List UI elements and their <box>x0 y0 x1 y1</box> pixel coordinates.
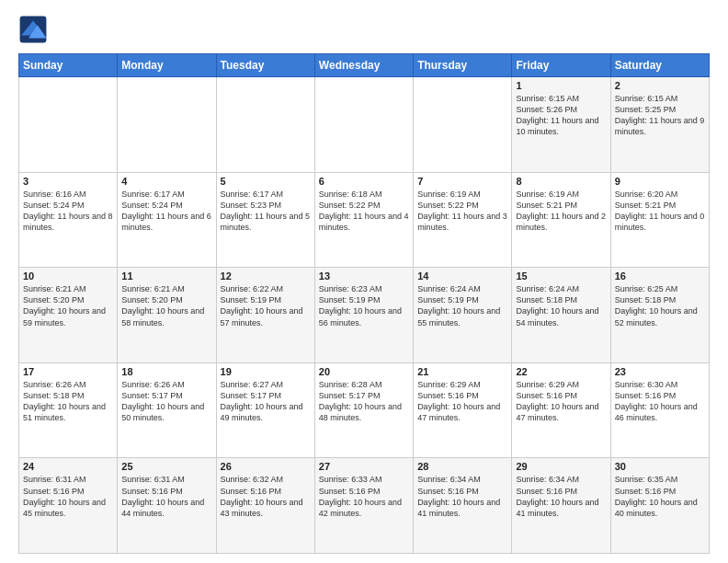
day-cell: 6Sunrise: 6:18 AM Sunset: 5:22 PM Daylig… <box>314 172 413 268</box>
day-cell: 13Sunrise: 6:23 AM Sunset: 5:19 PM Dayli… <box>314 268 413 363</box>
day-info: Sunrise: 6:32 AM Sunset: 5:16 PM Dayligh… <box>221 474 311 519</box>
day-number: 28 <box>417 461 507 472</box>
day-info: Sunrise: 6:21 AM Sunset: 5:20 PM Dayligh… <box>23 283 113 328</box>
day-info: Sunrise: 6:17 AM Sunset: 5:24 PM Dayligh… <box>121 189 211 234</box>
day-cell <box>414 77 512 173</box>
day-info: Sunrise: 6:17 AM Sunset: 5:23 PM Dayligh… <box>221 189 311 234</box>
day-cell: 24Sunrise: 6:31 AM Sunset: 5:16 PM Dayli… <box>19 458 118 554</box>
day-info: Sunrise: 6:35 AM Sunset: 5:16 PM Dayligh… <box>615 474 705 519</box>
day-number: 16 <box>615 270 705 282</box>
weekday-header-thursday: Thursday <box>414 54 512 77</box>
day-cell: 1Sunrise: 6:15 AM Sunset: 5:26 PM Daylig… <box>512 77 610 173</box>
day-info: Sunrise: 6:26 AM Sunset: 5:17 PM Dayligh… <box>121 379 211 424</box>
day-number: 26 <box>221 461 311 472</box>
day-info: Sunrise: 6:24 AM Sunset: 5:19 PM Dayligh… <box>417 283 507 328</box>
weekday-header-friday: Friday <box>512 54 610 77</box>
day-number: 20 <box>319 366 409 377</box>
day-number: 7 <box>417 176 507 187</box>
day-cell: 2Sunrise: 6:15 AM Sunset: 5:25 PM Daylig… <box>610 77 709 173</box>
day-cell: 12Sunrise: 6:22 AM Sunset: 5:19 PM Dayli… <box>216 268 314 363</box>
day-cell: 26Sunrise: 6:32 AM Sunset: 5:16 PM Dayli… <box>216 458 314 554</box>
week-row-3: 10Sunrise: 6:21 AM Sunset: 5:20 PM Dayli… <box>19 268 710 363</box>
day-info: Sunrise: 6:23 AM Sunset: 5:19 PM Dayligh… <box>319 283 409 328</box>
weekday-header-saturday: Saturday <box>610 54 709 77</box>
day-info: Sunrise: 6:31 AM Sunset: 5:16 PM Dayligh… <box>121 474 211 519</box>
day-number: 15 <box>516 270 606 282</box>
day-info: Sunrise: 6:31 AM Sunset: 5:16 PM Dayligh… <box>23 474 113 519</box>
day-info: Sunrise: 6:28 AM Sunset: 5:17 PM Dayligh… <box>319 379 409 424</box>
day-cell: 30Sunrise: 6:35 AM Sunset: 5:16 PM Dayli… <box>610 458 709 554</box>
day-info: Sunrise: 6:22 AM Sunset: 5:19 PM Dayligh… <box>221 283 311 328</box>
day-number: 12 <box>221 270 311 282</box>
day-cell: 29Sunrise: 6:34 AM Sunset: 5:16 PM Dayli… <box>512 458 610 554</box>
day-cell: 4Sunrise: 6:17 AM Sunset: 5:24 PM Daylig… <box>118 172 216 268</box>
day-cell: 14Sunrise: 6:24 AM Sunset: 5:19 PM Dayli… <box>414 268 512 363</box>
day-number: 8 <box>516 176 606 187</box>
weekday-header-tuesday: Tuesday <box>216 54 314 77</box>
weekday-header-row: SundayMondayTuesdayWednesdayThursdayFrid… <box>19 54 710 77</box>
day-number: 6 <box>319 176 409 187</box>
day-info: Sunrise: 6:33 AM Sunset: 5:16 PM Dayligh… <box>319 474 409 519</box>
day-cell: 8Sunrise: 6:19 AM Sunset: 5:21 PM Daylig… <box>512 172 610 268</box>
day-cell: 22Sunrise: 6:29 AM Sunset: 5:16 PM Dayli… <box>512 362 610 458</box>
day-number: 18 <box>121 366 211 377</box>
day-info: Sunrise: 6:26 AM Sunset: 5:18 PM Dayligh… <box>23 379 113 424</box>
day-info: Sunrise: 6:18 AM Sunset: 5:22 PM Dayligh… <box>319 189 409 234</box>
day-info: Sunrise: 6:34 AM Sunset: 5:16 PM Dayligh… <box>417 474 507 519</box>
day-info: Sunrise: 6:15 AM Sunset: 5:26 PM Dayligh… <box>516 93 606 138</box>
day-number: 19 <box>221 366 311 377</box>
weekday-header-sunday: Sunday <box>19 54 118 77</box>
day-number: 23 <box>615 366 705 377</box>
week-row-1: 1Sunrise: 6:15 AM Sunset: 5:26 PM Daylig… <box>19 77 710 173</box>
logo <box>18 15 51 44</box>
day-number: 4 <box>121 176 211 187</box>
day-cell: 19Sunrise: 6:27 AM Sunset: 5:17 PM Dayli… <box>216 362 314 458</box>
day-number: 2 <box>615 80 705 91</box>
day-cell: 27Sunrise: 6:33 AM Sunset: 5:16 PM Dayli… <box>314 458 413 554</box>
day-cell: 23Sunrise: 6:30 AM Sunset: 5:16 PM Dayli… <box>610 362 709 458</box>
page: SundayMondayTuesdayWednesdayThursdayFrid… <box>0 0 728 563</box>
day-cell <box>314 77 413 173</box>
day-cell: 16Sunrise: 6:25 AM Sunset: 5:18 PM Dayli… <box>610 268 709 363</box>
day-info: Sunrise: 6:19 AM Sunset: 5:21 PM Dayligh… <box>516 189 606 234</box>
day-number: 24 <box>23 461 113 472</box>
day-cell: 5Sunrise: 6:17 AM Sunset: 5:23 PM Daylig… <box>216 172 314 268</box>
logo-icon <box>18 15 48 44</box>
week-row-4: 17Sunrise: 6:26 AM Sunset: 5:18 PM Dayli… <box>19 362 710 458</box>
day-cell <box>19 77 118 173</box>
day-cell: 10Sunrise: 6:21 AM Sunset: 5:20 PM Dayli… <box>19 268 118 363</box>
day-info: Sunrise: 6:34 AM Sunset: 5:16 PM Dayligh… <box>516 474 606 519</box>
calendar-table: SundayMondayTuesdayWednesdayThursdayFrid… <box>18 53 710 554</box>
day-number: 14 <box>417 270 507 282</box>
day-cell: 18Sunrise: 6:26 AM Sunset: 5:17 PM Dayli… <box>118 362 216 458</box>
day-cell: 25Sunrise: 6:31 AM Sunset: 5:16 PM Dayli… <box>118 458 216 554</box>
day-info: Sunrise: 6:21 AM Sunset: 5:20 PM Dayligh… <box>121 283 211 328</box>
weekday-header-monday: Monday <box>118 54 216 77</box>
day-info: Sunrise: 6:24 AM Sunset: 5:18 PM Dayligh… <box>516 283 606 328</box>
day-info: Sunrise: 6:30 AM Sunset: 5:16 PM Dayligh… <box>615 379 705 424</box>
day-info: Sunrise: 6:29 AM Sunset: 5:16 PM Dayligh… <box>516 379 606 424</box>
day-info: Sunrise: 6:29 AM Sunset: 5:16 PM Dayligh… <box>417 379 507 424</box>
day-info: Sunrise: 6:15 AM Sunset: 5:25 PM Dayligh… <box>615 93 705 138</box>
day-cell: 11Sunrise: 6:21 AM Sunset: 5:20 PM Dayli… <box>118 268 216 363</box>
day-info: Sunrise: 6:19 AM Sunset: 5:22 PM Dayligh… <box>417 189 507 234</box>
day-number: 29 <box>516 461 606 472</box>
day-info: Sunrise: 6:25 AM Sunset: 5:18 PM Dayligh… <box>615 283 705 328</box>
day-number: 17 <box>23 366 113 377</box>
day-number: 25 <box>121 461 211 472</box>
day-number: 21 <box>417 366 507 377</box>
day-number: 13 <box>319 270 409 282</box>
day-info: Sunrise: 6:20 AM Sunset: 5:21 PM Dayligh… <box>615 189 705 234</box>
header <box>18 15 710 44</box>
day-info: Sunrise: 6:27 AM Sunset: 5:17 PM Dayligh… <box>221 379 311 424</box>
weekday-header-wednesday: Wednesday <box>314 54 413 77</box>
day-cell: 7Sunrise: 6:19 AM Sunset: 5:22 PM Daylig… <box>414 172 512 268</box>
day-number: 9 <box>615 176 705 187</box>
day-cell <box>216 77 314 173</box>
day-cell: 3Sunrise: 6:16 AM Sunset: 5:24 PM Daylig… <box>19 172 118 268</box>
day-number: 22 <box>516 366 606 377</box>
day-cell: 9Sunrise: 6:20 AM Sunset: 5:21 PM Daylig… <box>610 172 709 268</box>
week-row-5: 24Sunrise: 6:31 AM Sunset: 5:16 PM Dayli… <box>19 458 710 554</box>
day-number: 10 <box>23 270 113 282</box>
week-row-2: 3Sunrise: 6:16 AM Sunset: 5:24 PM Daylig… <box>19 172 710 268</box>
